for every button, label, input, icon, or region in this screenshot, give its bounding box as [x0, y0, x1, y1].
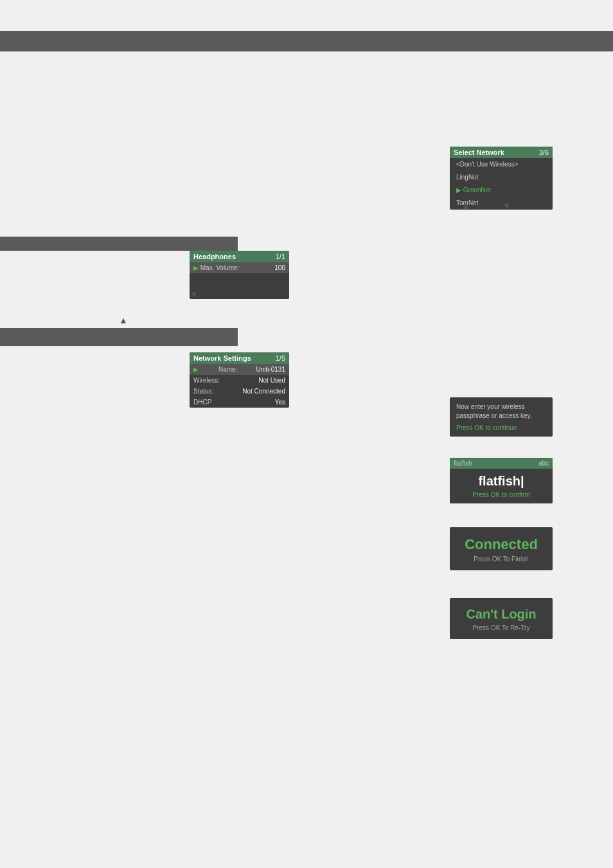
- headphones-panel: Headphones 1/1 ▶ Max. Volume: 100: [190, 251, 289, 299]
- network-status-label: Status:: [193, 388, 213, 395]
- password-panel-body: flatfish| Press OK to confirm: [450, 469, 553, 503]
- network-panel-header: Network Settings 1/5: [190, 352, 289, 364]
- headphones-count: 1/1: [276, 253, 285, 260]
- network-up-arrow[interactable]: ▲: [119, 315, 128, 325]
- network-wireless-value: Not Used: [258, 377, 285, 384]
- headphones-down-arrow[interactable]: ▼: [190, 289, 199, 300]
- network-panel-title: Network Settings: [193, 354, 251, 362]
- network-wireless-row: Wireless: Not Used: [190, 375, 289, 386]
- network-item-dont-use[interactable]: <Don't Use Wireless>: [450, 158, 553, 171]
- password-panel-header: flatfish abc: [450, 458, 553, 469]
- select-network-count: 3/6: [539, 149, 549, 156]
- password-value[interactable]: flatfish|: [456, 474, 546, 489]
- header-bar: [0, 31, 613, 51]
- headphones-panel-header: Headphones 1/1: [190, 251, 289, 262]
- section-bar-headphones: [0, 237, 238, 251]
- password-panel-type: abc: [538, 460, 549, 467]
- select-network-title: Select Network: [454, 149, 504, 156]
- network-dhcp-value: Yes: [275, 399, 285, 406]
- network-dhcp-row: DHCP Yes: [190, 397, 289, 408]
- select-network-down-arrow[interactable]: ▼: [502, 201, 511, 211]
- select-network-nav-arrows: ▲ ▼: [461, 201, 511, 211]
- cantlogin-panel: Can't Login Press OK To Re-Try: [450, 598, 553, 639]
- select-network-up-arrow[interactable]: ▲: [461, 201, 470, 211]
- network-settings-panel: Network Settings 1/5 ▶ Name: Uniti-0131 …: [190, 352, 289, 408]
- headphones-title: Headphones: [193, 253, 236, 260]
- network-status-row: Status: Not Connected: [190, 386, 289, 397]
- network-dhcp-label: DHCP: [193, 399, 211, 406]
- network-name-row[interactable]: ▶ Name: Uniti-0131: [190, 364, 289, 375]
- headphones-max-volume-row[interactable]: ▶ Max. Volume: 100: [190, 262, 289, 273]
- connected-title: Connected: [456, 536, 546, 553]
- connected-panel: Connected Press OK To Finish: [450, 527, 553, 570]
- network-item-greennet[interactable]: ▶ GreenNet: [450, 184, 553, 197]
- headphones-volume-value: 100: [274, 264, 285, 271]
- network-panel-count: 1/5: [276, 354, 285, 362]
- cantlogin-title: Can't Login: [456, 607, 546, 622]
- network-name-value: Uniti-0131: [256, 366, 285, 373]
- password-panel-title: flatfish: [454, 460, 472, 467]
- headphones-nav-arrows: ▼: [190, 289, 199, 300]
- select-network-header: Select Network 3/6: [450, 147, 553, 158]
- network-wireless-label: Wireless:: [193, 377, 220, 384]
- headphones-row-arrow: ▶ Max. Volume:: [193, 264, 239, 271]
- passphrase-panel: Now enter your wireless passphrase or ac…: [450, 397, 553, 437]
- network-status-value: Not Connected: [242, 388, 285, 395]
- passphrase-instruction: Now enter your wireless passphrase or ac…: [456, 402, 546, 420]
- network-item-lingnet[interactable]: LingNet: [450, 171, 553, 184]
- network-name-label: Name:: [218, 366, 237, 373]
- cantlogin-subtitle: Press OK To Re-Try: [456, 624, 546, 631]
- password-confirm: Press OK to confirm: [456, 491, 546, 498]
- bottom-bar: [0, 328, 238, 346]
- connected-subtitle: Press OK To Finish: [456, 556, 546, 563]
- password-entry-panel: flatfish abc flatfish| Press OK to confi…: [450, 458, 553, 503]
- passphrase-ok: Press OK to continue: [456, 424, 546, 431]
